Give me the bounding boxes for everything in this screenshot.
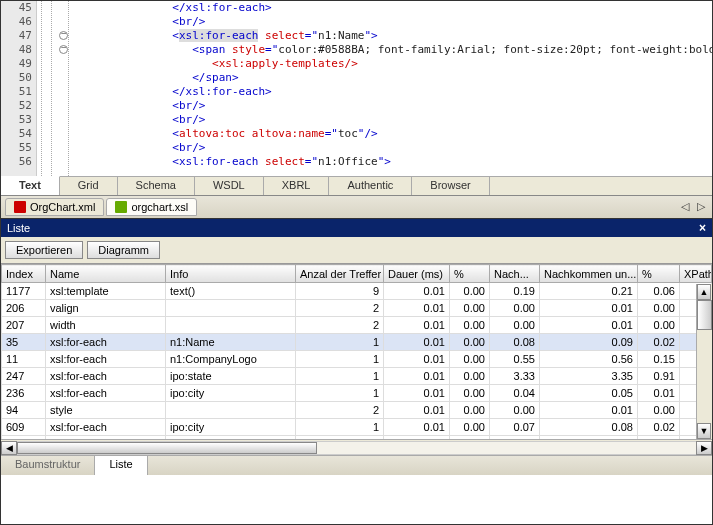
table-row[interactable]: 207width20.010.000.000.010.00: [2, 317, 712, 334]
cell: 0.21: [540, 283, 638, 300]
column-header[interactable]: Anzal der Treffer: [296, 265, 384, 283]
bottom-tabs: BaumstrukturListe: [1, 455, 712, 475]
cell: 1: [296, 419, 384, 436]
cell: xsl:for-each: [46, 385, 166, 402]
view-tab-xbrl[interactable]: XBRL: [264, 177, 330, 195]
prev-tab-icon[interactable]: ◁: [680, 200, 690, 213]
table-row[interactable]: 622xsl:for-eachipo:postcode10.010.000.07…: [2, 436, 712, 440]
liste-table[interactable]: IndexNameInfoAnzal der TrefferDauer (ms)…: [1, 264, 712, 439]
liste-title-text: Liste: [7, 219, 30, 237]
line-number: 54: [1, 127, 36, 141]
cell: 1: [296, 436, 384, 440]
column-header[interactable]: %: [638, 265, 680, 283]
table-row[interactable]: 609xsl:for-eachipo:city10.010.000.070.08…: [2, 419, 712, 436]
horizontal-scrollbar[interactable]: ◀ ▶: [1, 439, 712, 455]
scroll-down-icon[interactable]: ▼: [697, 423, 711, 439]
code-line[interactable]: <span style="color:#0588BA; font-family:…: [73, 43, 712, 57]
code-line[interactable]: <xsl:apply-templates/>: [73, 57, 712, 71]
cell: 0.01: [384, 402, 450, 419]
column-header[interactable]: Name: [46, 265, 166, 283]
view-tab-authentic[interactable]: Authentic: [329, 177, 412, 195]
cell: 206: [2, 300, 46, 317]
code-line[interactable]: <xsl:for-each select="n1:Name">: [73, 29, 712, 43]
cell: style: [46, 402, 166, 419]
cell: 609: [2, 419, 46, 436]
cell: 3.35: [540, 368, 638, 385]
view-tab-text[interactable]: Text: [1, 176, 60, 195]
table-row[interactable]: 1177xsl:templatetext()90.010.000.190.210…: [2, 283, 712, 300]
table-row[interactable]: 247xsl:for-eachipo:state10.010.003.333.3…: [2, 368, 712, 385]
cell: xsl:for-each: [46, 419, 166, 436]
cell: 0.02: [638, 419, 680, 436]
cell: 0.00: [490, 402, 540, 419]
column-header[interactable]: XPath: [680, 265, 712, 283]
next-tab-icon[interactable]: ▷: [696, 200, 706, 213]
column-header[interactable]: %: [450, 265, 490, 283]
cell: 0.15: [638, 351, 680, 368]
doc-tab-label: OrgChart.xml: [30, 201, 95, 213]
fold-toggle-icon[interactable]: [59, 31, 68, 40]
code-line[interactable]: <br/>: [73, 141, 712, 155]
doc-tab[interactable]: orgchart.xsl: [106, 198, 197, 216]
cell: 0.00: [450, 283, 490, 300]
code-line[interactable]: <br/>: [73, 99, 712, 113]
cell: 0.08: [540, 436, 638, 440]
cell: 0.01: [384, 436, 450, 440]
column-header[interactable]: Info: [166, 265, 296, 283]
cell: 1177: [2, 283, 46, 300]
code-line[interactable]: </span>: [73, 71, 712, 85]
cell: 0.01: [384, 368, 450, 385]
cell: 0.00: [638, 300, 680, 317]
scroll-up-icon[interactable]: ▲: [697, 284, 711, 300]
code-line[interactable]: </xsl:for-each>: [73, 85, 712, 99]
liste-toolbar: Exportieren Diagramm: [1, 237, 712, 263]
scroll-thumb[interactable]: [17, 442, 317, 454]
column-header[interactable]: Dauer (ms): [384, 265, 450, 283]
scroll-left-icon[interactable]: ◀: [1, 441, 17, 455]
view-tab-browser[interactable]: Browser: [412, 177, 489, 195]
cell: 0.56: [540, 351, 638, 368]
vertical-scrollbar[interactable]: ▲ ▼: [696, 284, 712, 439]
cell: 0.07: [490, 436, 540, 440]
code-content[interactable]: </xsl:for-each> <br/> <xsl:for-each sele…: [73, 1, 712, 169]
bottom-tab-baumstruktur[interactable]: Baumstruktur: [1, 456, 95, 475]
code-line[interactable]: <xsl:for-each select="n1:Office">: [73, 155, 712, 169]
table-row[interactable]: 35xsl:for-eachn1:Name10.010.000.080.090.…: [2, 334, 712, 351]
cell: 94: [2, 402, 46, 419]
doc-tab-nav: ◁ ▷: [680, 200, 706, 213]
table-row[interactable]: 206valign20.010.000.000.010.00: [2, 300, 712, 317]
scroll-right-icon[interactable]: ▶: [696, 441, 712, 455]
fold-column[interactable]: [37, 1, 73, 176]
table-row[interactable]: 236xsl:for-eachipo:city10.010.000.040.05…: [2, 385, 712, 402]
document-tabs: OrgChart.xmlorgchart.xsl ◁ ▷: [1, 196, 712, 218]
line-number: 46: [1, 15, 36, 29]
view-tab-grid[interactable]: Grid: [60, 177, 118, 195]
column-header[interactable]: Nachkommen un...: [540, 265, 638, 283]
cell: 0.01: [540, 317, 638, 334]
column-header[interactable]: Nach...: [490, 265, 540, 283]
code-editor[interactable]: 454647484950515253545556 </xsl:for-each>…: [1, 1, 712, 176]
table-row[interactable]: 94style20.010.000.000.010.00: [2, 402, 712, 419]
line-number: 47: [1, 29, 36, 43]
cell: 0.00: [450, 317, 490, 334]
cell: 0.05: [540, 385, 638, 402]
table-row[interactable]: 11xsl:for-eachn1:CompanyLogo10.010.000.5…: [2, 351, 712, 368]
code-line[interactable]: <br/>: [73, 113, 712, 127]
diagram-button[interactable]: Diagramm: [87, 241, 160, 259]
export-button[interactable]: Exportieren: [5, 241, 83, 259]
line-number: 50: [1, 71, 36, 85]
code-line[interactable]: <br/>: [73, 15, 712, 29]
scroll-thumb[interactable]: [697, 300, 712, 330]
doc-tab[interactable]: OrgChart.xml: [5, 198, 104, 216]
code-line[interactable]: <altova:toc altova:name="toc"/>: [73, 127, 712, 141]
view-tab-schema[interactable]: Schema: [118, 177, 195, 195]
cell: xsl:for-each: [46, 436, 166, 440]
fold-toggle-icon[interactable]: [59, 45, 68, 54]
bottom-tab-liste[interactable]: Liste: [95, 456, 147, 475]
close-icon[interactable]: ×: [699, 219, 706, 237]
line-number: 52: [1, 99, 36, 113]
view-tab-wsdl[interactable]: WSDL: [195, 177, 264, 195]
column-header[interactable]: Index: [2, 265, 46, 283]
code-line[interactable]: </xsl:for-each>: [73, 1, 712, 15]
cell: 9: [296, 283, 384, 300]
